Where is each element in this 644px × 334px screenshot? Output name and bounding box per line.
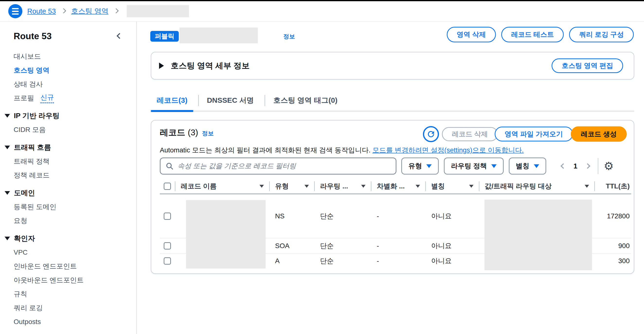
sidebar-section-label: IP 기반 라우팅 (14, 111, 60, 121)
sidebar-item-label: 트래픽 정책 (14, 157, 50, 166)
sidebar-item-대시보드[interactable]: 대시보드 (0, 50, 136, 63)
breadcrumb-bar: Route 53호스팅 영역 (0, 1, 644, 22)
sort-icon[interactable] (585, 185, 589, 188)
column-header-별칭[interactable]: 별칭 (425, 178, 479, 194)
select-all-checkbox[interactable] (164, 183, 171, 190)
sidebar-section-label: 도메인 (14, 188, 35, 198)
chevron-left-icon (560, 163, 566, 169)
select-all-cell (160, 178, 175, 194)
sidebar-item-호스팅 영역[interactable]: 호스팅 영역 (0, 63, 136, 77)
alias-cell: 아니요 (425, 256, 479, 266)
sidebar-item-VPC[interactable]: VPC (0, 245, 136, 259)
divider (598, 158, 598, 174)
sidebar-item-상태 검사[interactable]: 상태 검사 (0, 77, 136, 91)
sidebar-item-등록된 도메인[interactable]: 등록된 도메인 (0, 200, 136, 214)
sort-icon[interactable] (361, 185, 366, 188)
zone-action-button[interactable]: 영역 삭제 (447, 27, 496, 42)
caret-down-icon (426, 164, 432, 168)
records-card-title: 레코드 (3) 정보 (160, 127, 214, 138)
row-checkbox[interactable] (164, 242, 171, 249)
breadcrumb: Route 53호스팅 영역 (27, 5, 189, 17)
zone-info-link[interactable]: 정보 (283, 33, 295, 41)
sidebar-section-label: 트래픽 흐름 (14, 143, 51, 152)
zone-action-button[interactable]: 레코드 테스트 (501, 27, 564, 42)
routing-policy-cell: 단순 (314, 212, 371, 221)
sidebar-item-요청[interactable]: 요청 (0, 214, 136, 228)
filter-dropdown-유형[interactable]: 유형 (401, 158, 439, 175)
row-select-cell (160, 257, 175, 265)
filter-dropdown-별칭[interactable]: 별칭 (509, 158, 546, 175)
sidebar-item-label: 인바운드 엔드포인트 (14, 262, 77, 271)
sidebar-item-label: 아웃바운드 엔드포인트 (14, 275, 84, 285)
sidebar-item-트래픽 정책[interactable]: 트래픽 정책 (0, 154, 136, 168)
tab-호스팅 영역 태그(0)[interactable]: 호스팅 영역 태그(0) (268, 90, 343, 111)
sort-icon[interactable] (416, 185, 420, 188)
column-header-레코드 이름[interactable]: 레코드 이름 (175, 178, 269, 194)
breadcrumb-link[interactable]: 호스팅 영역 (71, 6, 108, 16)
expand-details-button[interactable] (159, 63, 164, 69)
sidebar-item-규칙[interactable]: 규칙 (0, 287, 136, 301)
column-header-값/트래픽 라우팅 대상[interactable]: 값/트래픽 라우팅 대상 (479, 178, 594, 194)
sidebar-item-CIDR 모음[interactable]: CIDR 모음 (0, 123, 136, 137)
column-header-유형[interactable]: 유형 (269, 178, 314, 194)
import-zone-file-button[interactable]: 영역 파일 가져오기 (495, 127, 573, 141)
breadcrumb-link[interactable]: Route 53 (27, 7, 56, 15)
settings-link[interactable]: 모드를 변경하려면 설정(settings)으로 이동합니다. (372, 146, 524, 154)
column-label: 차별화 ... (377, 182, 405, 191)
tab-DNSSEC 서명[interactable]: DNSSEC 서명 (201, 90, 260, 111)
column-header-차별화 ...[interactable]: 차별화 ... (371, 178, 425, 194)
delete-record-button[interactable]: 레코드 삭제 (442, 127, 498, 141)
caret-down-icon (491, 164, 496, 168)
sidebar-item-label: Outposts (14, 318, 41, 326)
column-header-라우팅 ...[interactable]: 라우팅 ... (314, 178, 371, 194)
table-settings-button[interactable]: ⚙ (604, 160, 614, 172)
sidebar-nav: 대시보드호스팅 영역상태 검사프로필신규IP 기반 라우팅CIDR 모음트래픽 … (0, 50, 136, 329)
gear-icon: ⚙ (604, 160, 614, 172)
triangle-down-icon (4, 191, 10, 195)
sidebar-section-트래픽 흐름[interactable]: 트래픽 흐름 (0, 140, 136, 154)
sidebar-item-정책 레코드[interactable]: 정책 레코드 (0, 168, 136, 182)
sort-icon[interactable] (469, 185, 474, 188)
sidebar-item-Outposts[interactable]: Outposts (0, 315, 136, 329)
next-page-button[interactable] (584, 162, 592, 170)
records-description: Automatic 모드는 최상의 필터 결과에 최적화된 현재 검색 동작입니… (160, 146, 524, 155)
column-label: 값/트래픽 라우팅 대상 (485, 182, 552, 191)
column-header-TTL(초): TTL(초) (594, 178, 631, 194)
sort-icon[interactable] (304, 185, 309, 188)
sidebar-item-label: 대시보드 (14, 52, 41, 61)
sidebar-section-IP 기반 라우팅[interactable]: IP 기반 라우팅 (0, 109, 136, 123)
details-panel-title: 호스팅 영역 세부 정보 (171, 60, 250, 71)
sidebar-section-도메인[interactable]: 도메인 (0, 186, 136, 200)
filter-dropdown-라우팅 정책[interactable]: 라우팅 정책 (444, 158, 504, 175)
column-label: 별칭 (431, 182, 445, 191)
pagination: 1 ⚙ (559, 158, 614, 175)
hamburger-menu-button[interactable] (8, 4, 22, 18)
records-count: (3) (188, 128, 198, 137)
row-checkbox[interactable] (164, 212, 171, 220)
sidebar-item-쿼리 로깅[interactable]: 쿼리 로깅 (0, 301, 136, 315)
create-record-button[interactable]: 레코드 생성 (571, 126, 627, 142)
triangle-down-icon (4, 114, 10, 118)
record-filter-input[interactable] (178, 162, 391, 170)
breadcrumb-current-redacted-block (127, 5, 189, 17)
records-info-link[interactable]: 정보 (202, 130, 214, 137)
sidebar-section-확인자[interactable]: 확인자 (0, 231, 136, 245)
sidebar-collapse-button[interactable] (116, 33, 122, 40)
alias-cell: 아니요 (425, 212, 479, 221)
filter-dropdowns: 유형라우팅 정책별칭 (401, 158, 546, 175)
sidebar-item-프로필[interactable]: 프로필신규 (0, 91, 136, 105)
edit-hosted-zone-button[interactable]: 호스팅 영역 편집 (552, 59, 623, 73)
previous-page-button[interactable] (559, 162, 567, 170)
route53-console-page: Route 53호스팅 영역 Route 53 대시보드호스팅 영역상태 검사프… (0, 0, 644, 334)
record-values-redacted-block (484, 200, 592, 270)
zone-action-button[interactable]: 쿼리 로깅 구성 (569, 27, 634, 42)
refresh-button[interactable] (423, 126, 439, 142)
sidebar-item-아웃바운드 엔드포인트[interactable]: 아웃바운드 엔드포인트 (0, 273, 136, 287)
row-checkbox[interactable] (164, 257, 171, 265)
sort-icon[interactable] (260, 185, 264, 188)
column-label: 레코드 이름 (181, 182, 217, 191)
tab-레코드(3)[interactable]: 레코드(3) (151, 90, 193, 111)
sidebar-section-label: 확인자 (14, 234, 35, 243)
sidebar-item-인바운드 엔드포인트[interactable]: 인바운드 엔드포인트 (0, 259, 136, 273)
new-badge-link[interactable]: 신규 (40, 93, 54, 103)
